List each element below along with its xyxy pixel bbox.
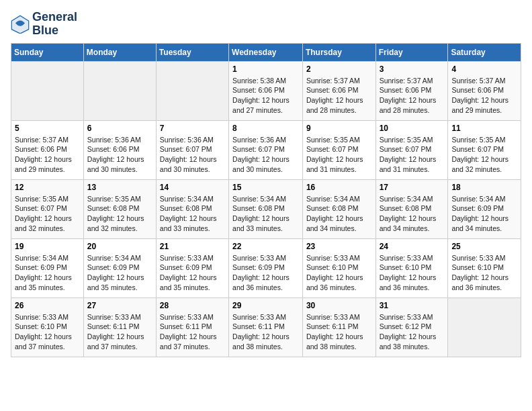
day-number: 4	[451, 64, 517, 74]
calendar-cell: 6Sunrise: 5:36 AM Sunset: 6:06 PM Daylig…	[83, 120, 156, 179]
col-header-tuesday: Tuesday	[156, 43, 228, 61]
day-detail: Sunrise: 5:33 AM Sunset: 6:10 PM Dayligh…	[15, 312, 80, 352]
calendar-cell: 7Sunrise: 5:36 AM Sunset: 6:07 PM Daylig…	[156, 120, 228, 179]
calendar-week-1: 1Sunrise: 5:38 AM Sunset: 6:06 PM Daylig…	[11, 61, 521, 120]
calendar-cell: 15Sunrise: 5:34 AM Sunset: 6:08 PM Dayli…	[229, 179, 303, 238]
calendar-header-row: SundayMondayTuesdayWednesdayThursdayFrid…	[11, 43, 521, 61]
page-header: General Blue	[11, 11, 521, 38]
col-header-saturday: Saturday	[448, 43, 521, 61]
calendar-body: 1Sunrise: 5:38 AM Sunset: 6:06 PM Daylig…	[11, 61, 521, 357]
day-number: 27	[87, 301, 152, 310]
day-number: 16	[306, 183, 372, 192]
calendar-cell	[11, 61, 84, 120]
calendar-cell: 11Sunrise: 5:35 AM Sunset: 6:07 PM Dayli…	[448, 120, 521, 179]
day-number: 31	[380, 301, 445, 310]
calendar-week-2: 5Sunrise: 5:37 AM Sunset: 6:06 PM Daylig…	[11, 120, 521, 179]
calendar-cell: 2Sunrise: 5:37 AM Sunset: 6:06 PM Daylig…	[302, 61, 375, 120]
day-detail: Sunrise: 5:33 AM Sunset: 6:11 PM Dayligh…	[232, 312, 299, 352]
day-detail: Sunrise: 5:33 AM Sunset: 6:09 PM Dayligh…	[160, 253, 225, 293]
day-number: 8	[232, 124, 299, 133]
day-number: 18	[451, 183, 517, 192]
day-number: 30	[306, 301, 372, 310]
day-number: 23	[306, 242, 372, 251]
calendar-cell	[83, 61, 156, 120]
day-detail: Sunrise: 5:35 AM Sunset: 6:07 PM Dayligh…	[451, 135, 517, 175]
calendar-cell: 9Sunrise: 5:35 AM Sunset: 6:07 PM Daylig…	[302, 120, 375, 179]
calendar-cell: 22Sunrise: 5:33 AM Sunset: 6:09 PM Dayli…	[229, 238, 303, 298]
logo-icon	[11, 15, 30, 34]
calendar-cell: 23Sunrise: 5:33 AM Sunset: 6:10 PM Dayli…	[302, 238, 375, 298]
day-number: 24	[380, 242, 445, 251]
day-detail: Sunrise: 5:38 AM Sunset: 6:06 PM Dayligh…	[232, 76, 299, 116]
day-detail: Sunrise: 5:33 AM Sunset: 6:11 PM Dayligh…	[87, 312, 152, 352]
calendar-cell: 8Sunrise: 5:36 AM Sunset: 6:07 PM Daylig…	[229, 120, 303, 179]
day-detail: Sunrise: 5:34 AM Sunset: 6:08 PM Dayligh…	[232, 194, 299, 234]
day-detail: Sunrise: 5:37 AM Sunset: 6:06 PM Dayligh…	[380, 76, 445, 116]
day-detail: Sunrise: 5:34 AM Sunset: 6:08 PM Dayligh…	[306, 194, 372, 234]
day-number: 12	[15, 183, 80, 192]
day-number: 21	[160, 242, 225, 251]
day-number: 7	[160, 124, 225, 133]
day-number: 15	[232, 183, 299, 192]
calendar-cell: 4Sunrise: 5:37 AM Sunset: 6:06 PM Daylig…	[448, 61, 521, 120]
day-detail: Sunrise: 5:35 AM Sunset: 6:07 PM Dayligh…	[15, 194, 80, 234]
day-detail: Sunrise: 5:33 AM Sunset: 6:10 PM Dayligh…	[306, 253, 372, 293]
calendar-cell: 24Sunrise: 5:33 AM Sunset: 6:10 PM Dayli…	[375, 238, 448, 298]
day-detail: Sunrise: 5:35 AM Sunset: 6:08 PM Dayligh…	[87, 194, 152, 234]
calendar-week-5: 26Sunrise: 5:33 AM Sunset: 6:10 PM Dayli…	[11, 298, 521, 357]
day-number: 6	[87, 124, 152, 133]
calendar-week-3: 12Sunrise: 5:35 AM Sunset: 6:07 PM Dayli…	[11, 179, 521, 238]
calendar-table: SundayMondayTuesdayWednesdayThursdayFrid…	[11, 43, 521, 357]
day-detail: Sunrise: 5:37 AM Sunset: 6:06 PM Dayligh…	[306, 76, 372, 116]
day-detail: Sunrise: 5:35 AM Sunset: 6:07 PM Dayligh…	[306, 135, 372, 175]
day-detail: Sunrise: 5:34 AM Sunset: 6:09 PM Dayligh…	[15, 253, 80, 293]
day-number: 17	[380, 183, 445, 192]
calendar-cell: 29Sunrise: 5:33 AM Sunset: 6:11 PM Dayli…	[229, 298, 303, 357]
calendar-cell: 31Sunrise: 5:33 AM Sunset: 6:12 PM Dayli…	[375, 298, 448, 357]
col-header-friday: Friday	[375, 43, 448, 61]
calendar-cell: 28Sunrise: 5:33 AM Sunset: 6:11 PM Dayli…	[156, 298, 228, 357]
day-detail: Sunrise: 5:37 AM Sunset: 6:06 PM Dayligh…	[451, 76, 517, 116]
calendar-cell	[448, 298, 521, 357]
day-detail: Sunrise: 5:33 AM Sunset: 6:11 PM Dayligh…	[306, 312, 372, 352]
col-header-wednesday: Wednesday	[229, 43, 303, 61]
day-detail: Sunrise: 5:33 AM Sunset: 6:10 PM Dayligh…	[451, 253, 517, 293]
day-number: 10	[380, 124, 445, 133]
calendar-cell: 10Sunrise: 5:35 AM Sunset: 6:07 PM Dayli…	[375, 120, 448, 179]
calendar-cell	[156, 61, 228, 120]
day-number: 25	[451, 242, 517, 251]
day-detail: Sunrise: 5:36 AM Sunset: 6:06 PM Dayligh…	[87, 135, 152, 175]
day-number: 1	[232, 64, 299, 74]
day-number: 22	[232, 242, 299, 251]
day-number: 5	[15, 124, 80, 133]
calendar-cell: 30Sunrise: 5:33 AM Sunset: 6:11 PM Dayli…	[302, 298, 375, 357]
calendar-cell: 16Sunrise: 5:34 AM Sunset: 6:08 PM Dayli…	[302, 179, 375, 238]
calendar-cell: 18Sunrise: 5:34 AM Sunset: 6:09 PM Dayli…	[448, 179, 521, 238]
day-number: 29	[232, 301, 299, 310]
calendar-cell: 13Sunrise: 5:35 AM Sunset: 6:08 PM Dayli…	[83, 179, 156, 238]
day-number: 9	[306, 124, 372, 133]
day-detail: Sunrise: 5:34 AM Sunset: 6:09 PM Dayligh…	[451, 194, 517, 234]
calendar-cell: 27Sunrise: 5:33 AM Sunset: 6:11 PM Dayli…	[83, 298, 156, 357]
day-number: 14	[160, 183, 225, 192]
logo-text: General Blue	[32, 11, 77, 38]
calendar-cell: 1Sunrise: 5:38 AM Sunset: 6:06 PM Daylig…	[229, 61, 303, 120]
calendar-week-4: 19Sunrise: 5:34 AM Sunset: 6:09 PM Dayli…	[11, 238, 521, 298]
day-number: 20	[87, 242, 152, 251]
day-number: 28	[160, 301, 225, 310]
day-detail: Sunrise: 5:33 AM Sunset: 6:12 PM Dayligh…	[380, 312, 445, 352]
calendar-cell: 25Sunrise: 5:33 AM Sunset: 6:10 PM Dayli…	[448, 238, 521, 298]
day-number: 3	[380, 64, 445, 74]
day-number: 2	[306, 64, 372, 74]
calendar-cell: 26Sunrise: 5:33 AM Sunset: 6:10 PM Dayli…	[11, 298, 84, 357]
calendar-cell: 14Sunrise: 5:34 AM Sunset: 6:08 PM Dayli…	[156, 179, 228, 238]
calendar-cell: 3Sunrise: 5:37 AM Sunset: 6:06 PM Daylig…	[375, 61, 448, 120]
day-detail: Sunrise: 5:33 AM Sunset: 6:09 PM Dayligh…	[232, 253, 299, 293]
col-header-monday: Monday	[83, 43, 156, 61]
day-detail: Sunrise: 5:34 AM Sunset: 6:08 PM Dayligh…	[380, 194, 445, 234]
calendar-cell: 12Sunrise: 5:35 AM Sunset: 6:07 PM Dayli…	[11, 179, 84, 238]
day-detail: Sunrise: 5:34 AM Sunset: 6:08 PM Dayligh…	[160, 194, 225, 234]
day-detail: Sunrise: 5:35 AM Sunset: 6:07 PM Dayligh…	[380, 135, 445, 175]
day-detail: Sunrise: 5:33 AM Sunset: 6:11 PM Dayligh…	[160, 312, 225, 352]
col-header-thursday: Thursday	[302, 43, 375, 61]
